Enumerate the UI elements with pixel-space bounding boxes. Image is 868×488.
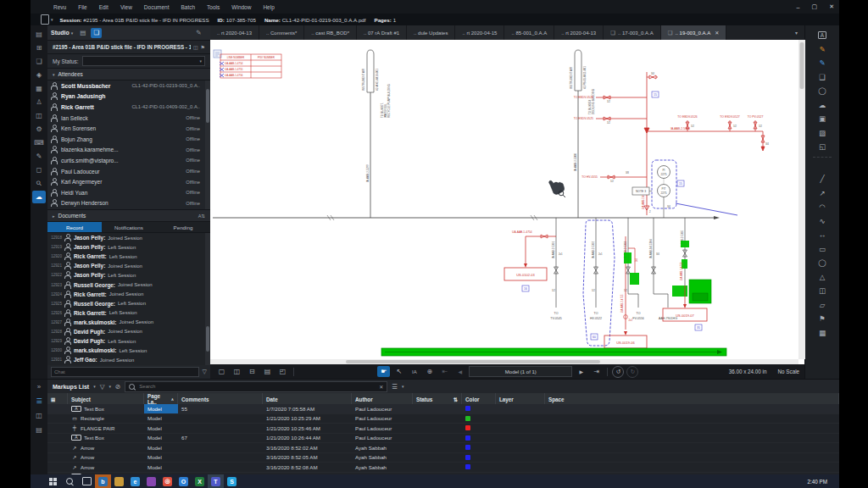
record-row[interactable]: 12918 Jason Pelly: Joined Session: [47, 233, 210, 242]
people-icon[interactable]: ♙: [32, 96, 46, 108]
maximize-button[interactable]: ▢: [812, 3, 818, 10]
record-tab[interactable]: Pending: [156, 222, 210, 232]
attendee-row[interactable]: Ian Selleck Offline: [47, 113, 210, 124]
record-row[interactable]: 12928 David Pugh: Joined Session: [47, 327, 210, 336]
taskbar-outlook-icon[interactable]: O: [175, 474, 192, 488]
taskbar-excel-icon[interactable]: X: [192, 474, 208, 488]
attendee-row[interactable]: Bojun Zhang Offline: [47, 134, 210, 145]
compare-tool-icon[interactable]: ◫: [815, 285, 830, 297]
line-tool-icon[interactable]: ╱: [815, 173, 830, 185]
menu-item[interactable]: Window: [225, 4, 257, 10]
chevron-down-icon[interactable]: ▾: [402, 384, 404, 389]
signature-icon[interactable]: ✎: [32, 150, 46, 163]
bookmarks-icon[interactable]: ❏: [32, 55, 46, 68]
studio-projects-icon[interactable]: ▤: [77, 28, 88, 38]
menu-item[interactable]: Edit: [93, 4, 114, 10]
studio-sessions-icon[interactable]: ❏: [91, 28, 102, 38]
expand-all-icon[interactable]: ⊞: [47, 393, 68, 405]
document-tab[interactable]: ❏ .. rt 2020-04-15: [455, 25, 504, 40]
attendee-row[interactable]: Rick Garrett CL1-42-PID-01-0409-002_0.A.…: [47, 102, 210, 113]
markup-row[interactable]: ↗Arrow Model 3/16/2020 8:52:08 AM Ayah S…: [47, 463, 839, 473]
pen-tool-icon[interactable]: ✎: [815, 57, 830, 69]
keyboard-icon[interactable]: ⌨: [32, 136, 46, 149]
taskbar-edge-icon[interactable]: e: [127, 474, 143, 488]
record-row[interactable]: 12929 David Pugh: Left Session: [47, 336, 210, 346]
sort-icon[interactable]: A⇅: [198, 214, 205, 219]
menu-item[interactable]: View: [114, 4, 138, 10]
record-row[interactable]: 12931 Jeff Gao: Joined Session: [47, 355, 210, 364]
filter-icon[interactable]: ▽: [203, 369, 207, 375]
edit-pen-icon[interactable]: ✎: [193, 28, 204, 38]
canvas-scrollbars[interactable]: [210, 40, 805, 364]
record-row[interactable]: 12922 Jason Pelly: Left Session: [47, 270, 210, 280]
hatch-tool-icon[interactable]: ▦: [815, 327, 830, 339]
drop2-cloud-markup[interactable]: [583, 220, 615, 346]
document-tab[interactable]: ❏ .. 17-003_0.A.A: [604, 25, 661, 40]
polygon-tool-icon[interactable]: △: [815, 271, 830, 283]
column-comments[interactable]: Comments: [178, 393, 263, 405]
markups-list-title[interactable]: Markups List: [53, 384, 89, 390]
arrow-tool-icon[interactable]: ↗: [815, 187, 830, 199]
document-tab[interactable]: ❏ .. 85-001_0.A.A: [504, 25, 554, 40]
properties-icon[interactable]: ◫: [32, 109, 46, 122]
pdf-canvas[interactable]: LINE NUMBER PSV NUMBER UA-AAB-1-4754 UA-…: [210, 40, 804, 364]
export-summary-icon[interactable]: ▤: [32, 424, 46, 435]
stamp-tool-icon[interactable]: ▣: [815, 113, 830, 125]
select-tool-button[interactable]: ↖: [392, 366, 405, 377]
record-row[interactable]: 12925 Russell George: Left Session: [47, 299, 210, 308]
divider[interactable]: [813, 157, 832, 169]
markup-row[interactable]: ╪FLANGE PAIR Model 1/21/2020 10:25:46 AM…: [47, 424, 839, 434]
markups-list-icon[interactable]: ☰: [32, 396, 46, 407]
file-access-icon[interactable]: ▤: [32, 28, 46, 41]
hide-markups-icon[interactable]: ⊘: [115, 383, 120, 391]
ellipse-tool-icon[interactable]: ◯: [815, 257, 830, 269]
ellipse-callout-tool-icon[interactable]: ◯: [815, 85, 830, 97]
column-author[interactable]: Author: [352, 393, 413, 405]
page-indicator[interactable]: Model (1 of 1): [469, 366, 572, 377]
chevron-down-icon[interactable]: ▾: [71, 30, 74, 36]
thumbnails-icon[interactable]: ⊞: [32, 42, 46, 54]
close-tab-icon[interactable]: ✕: [715, 30, 719, 36]
next-page-button[interactable]: ▶: [575, 366, 587, 377]
flag-tool-icon[interactable]: ⚑: [815, 313, 830, 324]
start-button[interactable]: [44, 474, 61, 488]
taskbar-teams-icon[interactable]: T: [208, 474, 224, 488]
polyline-tool-icon[interactable]: ∿: [815, 215, 830, 227]
cloud-callout-tool-icon[interactable]: ☁: [815, 99, 830, 111]
markup-row[interactable]: AText Box Model 67 1/21/2020 10:26:44 AM…: [47, 434, 839, 444]
column-space[interactable]: Space: [545, 393, 839, 405]
markup-row[interactable]: AText Box Model 55 1/7/2020 7:05:58 AM P…: [47, 404, 839, 414]
menu-item[interactable]: Revu: [47, 4, 72, 10]
record-row[interactable]: 12924 Rick Garrett: Joined Session: [47, 290, 210, 299]
close-button[interactable]: ✕: [829, 3, 834, 10]
document-icon[interactable]: [41, 14, 49, 25]
document-tab[interactable]: ❏ .. rt 2020-04-13: [554, 25, 604, 40]
text-box-tool-icon[interactable]: A: [815, 29, 830, 41]
markup-anchor-icon[interactable]: [214, 50, 221, 58]
studio-title[interactable]: Studio: [51, 30, 70, 36]
column-status[interactable]: Status⇅: [413, 393, 462, 405]
callout-tool-icon[interactable]: ❑: [815, 71, 830, 83]
split-view-icon[interactable]: ◰: [276, 366, 289, 377]
attendees-header[interactable]: ▾ Attendees: [47, 68, 210, 80]
markup-row[interactable]: ↗Arrow Model 3/16/2020 8:52:05 AM Ayah S…: [47, 453, 839, 463]
menu-item[interactable]: Document: [138, 4, 175, 10]
taskbar-skype-icon[interactable]: S: [224, 474, 240, 488]
taskbar-clock[interactable]: 2:40 PM: [808, 479, 827, 485]
side-by-side-icon[interactable]: ◫: [231, 366, 243, 377]
column-date[interactable]: Date: [263, 393, 352, 405]
document-tab[interactable]: ❏ .. 19-003_0.A.A ✕: [661, 25, 727, 40]
toolchest-icon[interactable]: ▦: [32, 82, 46, 95]
last-page-button[interactable]: ⇥: [590, 366, 603, 377]
document-tab[interactable]: ❏ .. rt 2020-04-13: [210, 25, 259, 40]
attendee-row[interactable]: Derwyn Henderson Offline: [47, 198, 210, 209]
pin-icon[interactable]: ⚑: [201, 44, 205, 50]
menu-item[interactable]: Batch: [175, 4, 201, 10]
taskbar-store-icon[interactable]: [143, 474, 159, 488]
attendee-row[interactable]: blazenka.karamehme... Offline: [47, 145, 210, 156]
markups-search-input[interactable]: [137, 383, 376, 390]
tab-overflow-chevron[interactable]: ▾: [788, 25, 804, 40]
clear-search-icon[interactable]: ✕: [379, 384, 383, 390]
taskbar-explorer-icon[interactable]: [111, 474, 127, 488]
column-color[interactable]: Color: [462, 393, 496, 405]
